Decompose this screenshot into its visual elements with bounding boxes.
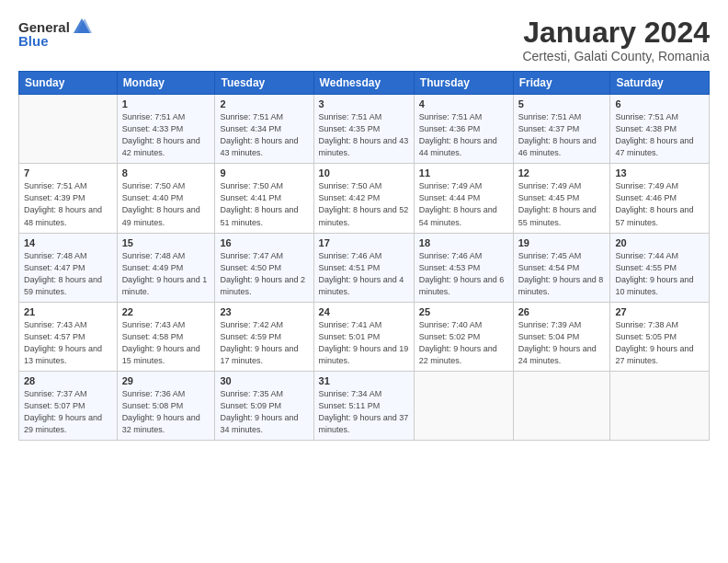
- calendar-cell: 20Sunrise: 7:44 AMSunset: 4:55 PMDayligh…: [610, 233, 710, 302]
- day-number: 25: [419, 306, 508, 317]
- calendar-cell: 22Sunrise: 7:43 AMSunset: 4:58 PMDayligh…: [117, 302, 215, 371]
- logo-blue-text: Blue: [18, 33, 49, 49]
- day-number: 4: [419, 98, 508, 109]
- weekday-header-wednesday: Wednesday: [313, 72, 414, 95]
- day-number: 7: [24, 167, 112, 178]
- day-info: Sunrise: 7:48 AMSunset: 4:47 PMDaylight:…: [24, 250, 112, 298]
- day-number: 15: [122, 237, 210, 248]
- day-number: 16: [220, 237, 308, 248]
- calendar-cell: [610, 371, 710, 440]
- day-info: Sunrise: 7:51 AMSunset: 4:38 PMDaylight:…: [615, 111, 704, 159]
- logo: General Blue: [18, 17, 94, 49]
- day-number: 24: [319, 306, 409, 317]
- calendar-cell: 24Sunrise: 7:41 AMSunset: 5:01 PMDayligh…: [313, 302, 414, 371]
- day-number: 6: [615, 98, 704, 109]
- calendar-cell: 16Sunrise: 7:47 AMSunset: 4:50 PMDayligh…: [215, 233, 313, 302]
- day-number: 10: [319, 167, 409, 178]
- calendar-cell: 30Sunrise: 7:35 AMSunset: 5:09 PMDayligh…: [215, 371, 313, 440]
- calendar-cell: 14Sunrise: 7:48 AMSunset: 4:47 PMDayligh…: [19, 233, 118, 302]
- day-number: 8: [122, 167, 210, 178]
- day-info: Sunrise: 7:47 AMSunset: 4:50 PMDaylight:…: [220, 250, 308, 298]
- day-info: Sunrise: 7:43 AMSunset: 4:57 PMDaylight:…: [24, 319, 112, 367]
- calendar-cell: 28Sunrise: 7:37 AMSunset: 5:07 PMDayligh…: [19, 371, 118, 440]
- calendar-cell: 2Sunrise: 7:51 AMSunset: 4:34 PMDaylight…: [215, 95, 313, 164]
- logo-general-text: General: [18, 19, 70, 35]
- day-info: Sunrise: 7:45 AMSunset: 4:54 PMDaylight:…: [518, 250, 606, 298]
- day-number: 26: [518, 306, 606, 317]
- calendar-cell: 12Sunrise: 7:49 AMSunset: 4:45 PMDayligh…: [513, 164, 610, 233]
- day-info: Sunrise: 7:36 AMSunset: 5:08 PMDaylight:…: [122, 388, 210, 436]
- header: General Blue January 2024 Certesti, Gala…: [18, 17, 710, 63]
- calendar-cell: 7Sunrise: 7:51 AMSunset: 4:39 PMDaylight…: [19, 164, 118, 233]
- day-info: Sunrise: 7:51 AMSunset: 4:37 PMDaylight:…: [518, 111, 606, 159]
- calendar-cell: 8Sunrise: 7:50 AMSunset: 4:40 PMDaylight…: [117, 164, 215, 233]
- calendar-cell: 4Sunrise: 7:51 AMSunset: 4:36 PMDaylight…: [414, 95, 513, 164]
- calendar-week-row: 28Sunrise: 7:37 AMSunset: 5:07 PMDayligh…: [19, 371, 710, 440]
- weekday-header-sunday: Sunday: [19, 72, 118, 95]
- day-info: Sunrise: 7:40 AMSunset: 5:02 PMDaylight:…: [419, 319, 508, 367]
- calendar-cell: [414, 371, 513, 440]
- day-info: Sunrise: 7:43 AMSunset: 4:58 PMDaylight:…: [122, 319, 210, 367]
- day-info: Sunrise: 7:42 AMSunset: 4:59 PMDaylight:…: [220, 319, 308, 367]
- day-number: 13: [615, 167, 704, 178]
- day-number: 18: [419, 237, 508, 248]
- day-info: Sunrise: 7:37 AMSunset: 5:07 PMDaylight:…: [24, 388, 112, 436]
- calendar-cell: 13Sunrise: 7:49 AMSunset: 4:46 PMDayligh…: [610, 164, 710, 233]
- calendar-cell: 31Sunrise: 7:34 AMSunset: 5:11 PMDayligh…: [313, 371, 414, 440]
- calendar-cell: [513, 371, 610, 440]
- day-number: 21: [24, 306, 112, 317]
- day-info: Sunrise: 7:51 AMSunset: 4:39 PMDaylight:…: [24, 180, 112, 228]
- day-number: 9: [220, 167, 308, 178]
- day-number: 28: [24, 375, 112, 386]
- calendar-week-row: 14Sunrise: 7:48 AMSunset: 4:47 PMDayligh…: [19, 233, 710, 302]
- calendar-week-row: 1Sunrise: 7:51 AMSunset: 4:33 PMDaylight…: [19, 95, 710, 164]
- calendar-cell: 27Sunrise: 7:38 AMSunset: 5:05 PMDayligh…: [610, 302, 710, 371]
- day-number: 3: [319, 98, 409, 109]
- day-info: Sunrise: 7:51 AMSunset: 4:36 PMDaylight:…: [419, 111, 508, 159]
- day-info: Sunrise: 7:50 AMSunset: 4:41 PMDaylight:…: [220, 180, 308, 228]
- day-number: 2: [220, 98, 308, 109]
- calendar-cell: 3Sunrise: 7:51 AMSunset: 4:35 PMDaylight…: [313, 95, 414, 164]
- title-block: January 2024 Certesti, Galati County, Ro…: [522, 17, 710, 63]
- day-number: 17: [319, 237, 409, 248]
- calendar-cell: 1Sunrise: 7:51 AMSunset: 4:33 PMDaylight…: [117, 95, 215, 164]
- day-info: Sunrise: 7:39 AMSunset: 5:04 PMDaylight:…: [518, 319, 606, 367]
- calendar-cell: 17Sunrise: 7:46 AMSunset: 4:51 PMDayligh…: [313, 233, 414, 302]
- day-info: Sunrise: 7:35 AMSunset: 5:09 PMDaylight:…: [220, 388, 308, 436]
- logo-icon: [72, 17, 92, 37]
- calendar-week-row: 21Sunrise: 7:43 AMSunset: 4:57 PMDayligh…: [19, 302, 710, 371]
- calendar-cell: 11Sunrise: 7:49 AMSunset: 4:44 PMDayligh…: [414, 164, 513, 233]
- day-number: 11: [419, 167, 508, 178]
- calendar-cell: 5Sunrise: 7:51 AMSunset: 4:37 PMDaylight…: [513, 95, 610, 164]
- day-number: 27: [615, 306, 704, 317]
- day-number: 23: [220, 306, 308, 317]
- day-number: 30: [220, 375, 308, 386]
- weekday-header-saturday: Saturday: [610, 72, 710, 95]
- day-info: Sunrise: 7:48 AMSunset: 4:49 PMDaylight:…: [122, 250, 210, 298]
- calendar-cell: 23Sunrise: 7:42 AMSunset: 4:59 PMDayligh…: [215, 302, 313, 371]
- weekday-header-row: SundayMondayTuesdayWednesdayThursdayFrid…: [19, 72, 710, 95]
- calendar-cell: 10Sunrise: 7:50 AMSunset: 4:42 PMDayligh…: [313, 164, 414, 233]
- weekday-header-tuesday: Tuesday: [215, 72, 313, 95]
- calendar-table: SundayMondayTuesdayWednesdayThursdayFrid…: [18, 71, 710, 441]
- day-info: Sunrise: 7:46 AMSunset: 4:53 PMDaylight:…: [419, 250, 508, 298]
- day-number: 19: [518, 237, 606, 248]
- day-info: Sunrise: 7:49 AMSunset: 4:46 PMDaylight:…: [615, 180, 704, 228]
- day-info: Sunrise: 7:46 AMSunset: 4:51 PMDaylight:…: [319, 250, 409, 298]
- calendar-cell: 9Sunrise: 7:50 AMSunset: 4:41 PMDaylight…: [215, 164, 313, 233]
- day-info: Sunrise: 7:44 AMSunset: 4:55 PMDaylight:…: [615, 250, 704, 298]
- calendar-cell: [19, 95, 118, 164]
- day-number: 31: [319, 375, 409, 386]
- calendar-title: January 2024: [522, 17, 710, 49]
- day-info: Sunrise: 7:51 AMSunset: 4:34 PMDaylight:…: [220, 111, 308, 159]
- day-number: 12: [518, 167, 606, 178]
- calendar-cell: 18Sunrise: 7:46 AMSunset: 4:53 PMDayligh…: [414, 233, 513, 302]
- day-number: 20: [615, 237, 704, 248]
- day-info: Sunrise: 7:50 AMSunset: 4:40 PMDaylight:…: [122, 180, 210, 228]
- calendar-week-row: 7Sunrise: 7:51 AMSunset: 4:39 PMDaylight…: [19, 164, 710, 233]
- day-info: Sunrise: 7:51 AMSunset: 4:35 PMDaylight:…: [319, 111, 409, 159]
- calendar-cell: 19Sunrise: 7:45 AMSunset: 4:54 PMDayligh…: [513, 233, 610, 302]
- day-number: 1: [122, 98, 210, 109]
- weekday-header-thursday: Thursday: [414, 72, 513, 95]
- day-info: Sunrise: 7:38 AMSunset: 5:05 PMDaylight:…: [615, 319, 704, 367]
